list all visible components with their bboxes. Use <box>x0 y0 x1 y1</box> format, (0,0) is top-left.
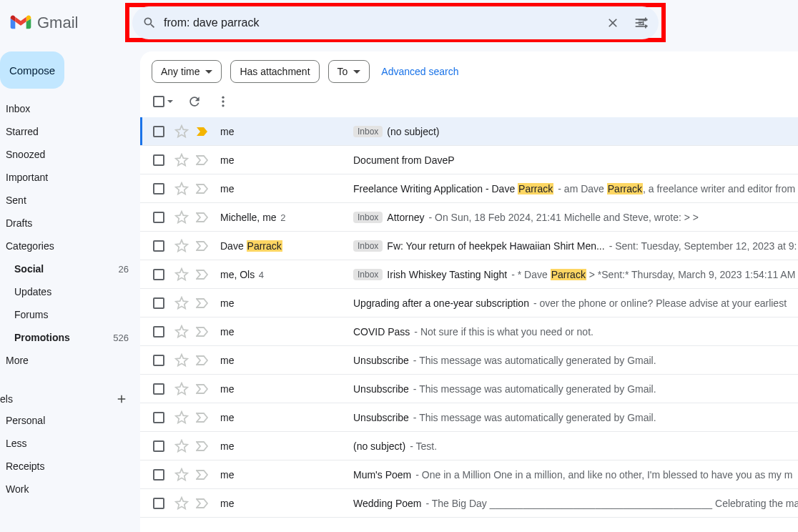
email-row[interactable]: meCOVID Pass - Not sure if this is what … <box>140 317 798 346</box>
row-checkbox[interactable] <box>153 154 164 166</box>
advanced-search-link[interactable]: Advanced search <box>381 66 458 77</box>
star-icon[interactable] <box>174 439 189 453</box>
email-row[interactable]: meUnsubscribe - This message was automat… <box>140 403 798 432</box>
important-icon[interactable] <box>196 210 210 225</box>
select-all-checkbox[interactable] <box>153 96 173 107</box>
filter-to[interactable]: To <box>328 60 370 83</box>
important-icon[interactable] <box>196 439 210 453</box>
row-checkbox[interactable] <box>153 412 164 423</box>
star-icon[interactable] <box>174 182 189 196</box>
row-checkbox[interactable] <box>153 183 164 194</box>
star-icon[interactable] <box>174 239 189 253</box>
more-button[interactable]: More <box>0 349 140 372</box>
message-summary: InboxIrish Whiskey Tasting Night - * Dav… <box>353 269 798 280</box>
star-icon[interactable] <box>174 153 189 167</box>
email-row[interactable]: meMum's Poem - One in a Million One in a… <box>140 460 798 489</box>
more-icon[interactable] <box>216 94 230 109</box>
row-checkbox[interactable] <box>153 498 164 509</box>
search-bar[interactable] <box>132 6 659 39</box>
star-icon[interactable] <box>174 382 189 396</box>
important-icon[interactable] <box>196 182 210 196</box>
email-row[interactable]: meFreelance Writing Application - Dave P… <box>140 174 798 203</box>
email-row[interactable]: meDocument from DaveP <box>140 146 798 174</box>
star-icon[interactable] <box>174 410 189 425</box>
search-options-icon[interactable] <box>627 9 656 37</box>
sidebar-category-forums[interactable]: Forums <box>0 303 140 326</box>
row-checkbox[interactable] <box>153 126 164 137</box>
search-icon[interactable] <box>135 9 164 37</box>
row-checkbox[interactable] <box>153 212 164 223</box>
important-icon[interactable] <box>196 410 210 425</box>
refresh-icon[interactable] <box>187 94 202 109</box>
row-checkbox[interactable] <box>153 469 164 481</box>
sender: Michelle, me 2 <box>220 212 353 223</box>
sidebar-item-drafts[interactable]: Drafts <box>0 212 140 235</box>
sidebar-item-inbox[interactable]: Inbox <box>0 97 140 120</box>
star-icon[interactable] <box>174 124 189 139</box>
sender: Dave Parrack <box>220 240 353 252</box>
email-row[interactable]: Michelle, me 2InboxAttorney - On Sun, 18… <box>140 203 798 232</box>
email-row[interactable]: me, Ols 4InboxIrish Whiskey Tasting Nigh… <box>140 260 798 289</box>
filter-any-time[interactable]: Any time <box>152 60 222 83</box>
label-item-personal[interactable]: Personal <box>0 409 140 432</box>
sidebar-category-updates[interactable]: Updates <box>0 280 140 303</box>
star-icon[interactable] <box>174 353 189 368</box>
star-icon[interactable] <box>174 210 189 225</box>
search-input[interactable] <box>164 6 598 39</box>
sidebar-item-important[interactable]: Important <box>0 166 140 189</box>
important-icon[interactable] <box>196 325 210 339</box>
important-icon[interactable] <box>196 153 210 167</box>
row-checkbox[interactable] <box>153 240 164 252</box>
email-row[interactable]: meWedding Poem - The Big Day ___________… <box>140 489 798 518</box>
sidebar-item-snoozed[interactable]: Snoozed <box>0 143 140 166</box>
message-summary: Mum's Poem - One in a Million One in a m… <box>353 469 798 481</box>
important-icon[interactable] <box>196 124 210 139</box>
row-checkbox[interactable] <box>153 440 164 452</box>
row-checkbox[interactable] <box>153 297 164 309</box>
important-icon[interactable] <box>196 353 210 368</box>
star-icon[interactable] <box>174 296 189 310</box>
important-icon[interactable] <box>196 296 210 310</box>
sidebar-item-label: Drafts <box>6 217 32 229</box>
star-icon[interactable] <box>174 496 189 511</box>
important-icon[interactable] <box>196 267 210 282</box>
sidebar-item-label: Snoozed <box>6 149 45 160</box>
important-icon[interactable] <box>196 496 210 511</box>
email-row[interactable]: meUpgrading after a one-year subscriptio… <box>140 289 798 317</box>
label-item-work[interactable]: Work <box>0 478 140 501</box>
row-checkbox[interactable] <box>153 383 164 395</box>
important-icon[interactable] <box>196 239 210 253</box>
add-label-icon[interactable] <box>113 390 130 408</box>
subject: Fw: Your return of heekpek Hawaiian Shir… <box>387 240 604 252</box>
label-item-less[interactable]: Less <box>0 432 140 455</box>
star-icon[interactable] <box>174 325 189 339</box>
label-item-receipts[interactable]: Receipts <box>0 455 140 478</box>
compose-button[interactable]: Compose <box>0 51 64 89</box>
sidebar-category-social[interactable]: Social26 <box>0 257 140 280</box>
important-icon[interactable] <box>196 382 210 396</box>
filter-has-attachment[interactable]: Has attachment <box>230 60 319 83</box>
email-row[interactable]: me(no subject) - Test. <box>140 432 798 460</box>
row-checkbox[interactable] <box>153 355 164 366</box>
sidebar-category-promotions[interactable]: Promotions526 <box>0 326 140 349</box>
subject: Wedding Poem <box>353 498 421 509</box>
email-row[interactable]: meUnsubscribe - This message was automat… <box>140 346 798 375</box>
sidebar-item-starred[interactable]: Starred <box>0 120 140 143</box>
snippet: - over the phone or online? Please advis… <box>533 297 787 309</box>
clear-search-icon[interactable] <box>598 9 627 37</box>
sidebar-item-label: Forums <box>14 309 48 320</box>
email-row[interactable]: Dave ParrackInboxFw: Your return of heek… <box>140 232 798 260</box>
star-icon[interactable] <box>174 468 189 482</box>
svg-point-13 <box>222 104 224 107</box>
email-row[interactable]: meInbox(no subject) <box>140 117 798 146</box>
row-checkbox[interactable] <box>153 269 164 280</box>
star-icon[interactable] <box>174 267 189 282</box>
sidebar-item-sent[interactable]: Sent <box>0 189 140 212</box>
sidebar-item-label: Important <box>6 172 48 183</box>
sidebar-item-categories[interactable]: Categories <box>0 235 140 257</box>
row-checkbox[interactable] <box>153 326 164 338</box>
email-row[interactable]: meUnsubscribe - This message was automat… <box>140 375 798 403</box>
important-icon[interactable] <box>196 468 210 482</box>
sender: me <box>220 498 353 509</box>
dropdown-icon <box>205 70 212 74</box>
